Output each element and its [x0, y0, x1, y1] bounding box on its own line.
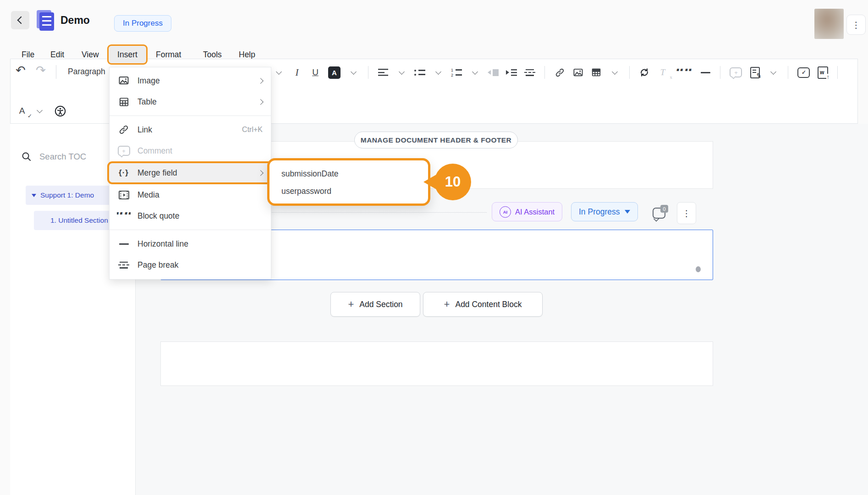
balloon-pointer — [423, 175, 436, 189]
italic-icon[interactable]: I — [291, 66, 302, 79]
remove-format-icon[interactable]: Tx — [657, 66, 668, 79]
align-chevron-icon[interactable] — [396, 66, 407, 79]
ai-assistant-icon: AI — [500, 206, 511, 218]
track-changes-icon[interactable]: ✎ — [749, 66, 760, 79]
menu-item-block-quote[interactable]: ““ Block quote — [110, 205, 271, 226]
accessibility-checker-icon[interactable] — [54, 104, 66, 118]
link-icon — [117, 125, 131, 135]
menu-item-merge-field[interactable]: {·} Merge field — [107, 161, 273, 184]
menu-item-media[interactable]: Media — [110, 184, 271, 205]
menu-item-comment[interactable]: + Comment — [110, 140, 271, 161]
track-changes-chevron-icon[interactable] — [768, 66, 779, 79]
find-and-replace-icon[interactable] — [639, 66, 650, 79]
toolbar-divider — [629, 66, 630, 79]
three-dots-vertical-icon: ⋮ — [682, 209, 691, 218]
toolbar-divider — [720, 66, 720, 79]
submenu-arrow-icon — [258, 99, 264, 105]
merge-field-icon: {·} — [117, 168, 131, 177]
toolbar-divider — [56, 65, 56, 79]
document-icon — [37, 10, 55, 31]
resolved-comments-icon[interactable]: ✓ — [797, 66, 810, 79]
menu-divider — [110, 116, 271, 116]
section-kebab-menu-button[interactable]: ⋮ — [677, 202, 696, 224]
horizontal-line-icon[interactable] — [700, 66, 711, 79]
numbered-list-chevron-icon[interactable] — [469, 66, 480, 79]
link-icon[interactable] — [554, 66, 565, 79]
toolbar-row-2: A✓ — [16, 101, 66, 121]
add-comment-icon[interactable]: + — [730, 66, 742, 79]
block-quote-icon: ““ — [117, 212, 131, 220]
step-number: 10 — [445, 174, 461, 190]
align-left-icon[interactable] — [378, 66, 389, 79]
toolbar-divider — [788, 66, 788, 79]
section-status-dropdown[interactable]: In Progress — [571, 202, 638, 221]
paragraph-style-dropdown[interactable]: Paragraph — [68, 67, 105, 77]
menu-item-link[interactable]: Link Ctrl+K — [110, 119, 271, 140]
submenu-arrow-icon — [258, 170, 264, 176]
avatar[interactable] — [814, 9, 844, 39]
bulleted-list-chevron-icon[interactable] — [433, 66, 444, 79]
menu-divider — [110, 230, 271, 230]
table-icon — [117, 97, 131, 107]
plus-icon: + — [348, 299, 354, 309]
block-quote-icon[interactable]: ““ — [676, 69, 692, 77]
underline-icon[interactable]: U — [310, 66, 321, 79]
decrease-indent-icon[interactable] — [488, 66, 499, 79]
toolbar-divider — [544, 66, 545, 79]
annotation-step-balloon: 10 — [434, 164, 471, 200]
header-kebab-menu-button[interactable]: ⋮ — [846, 15, 866, 35]
manage-header-footer-button[interactable]: MANAGE DOCUMENT HEADER & FOOTER — [354, 132, 518, 148]
toolbar-row-1: I U A 1 2 — [273, 62, 840, 82]
numbered-list-icon[interactable]: 1 2 — [451, 66, 462, 79]
comment-add-icon: + — [117, 146, 131, 156]
insert-table-icon[interactable] — [591, 66, 602, 79]
section-comments-button[interactable]: 0 — [653, 205, 668, 220]
media-icon — [117, 190, 131, 200]
submenu-item-userpassword[interactable]: userpassword — [269, 182, 428, 200]
shortcut-label: Ctrl+K — [242, 126, 263, 134]
menu-item-horizontal-line[interactable]: Horizontal line — [110, 233, 271, 254]
search-icon — [21, 151, 32, 162]
font-color-chevron-icon[interactable] — [348, 66, 359, 79]
insert-menu: Image Table Link Ctrl+K + Comment {·} Me… — [109, 67, 271, 280]
chevron-left-icon — [17, 16, 25, 24]
add-section-button[interactable]: + Add Section — [330, 292, 420, 317]
toc-search-input[interactable] — [38, 151, 118, 162]
bulleted-list-icon[interactable] — [414, 66, 425, 79]
submenu-item-submissiondate[interactable]: submissionDate — [269, 165, 428, 182]
import-word-icon[interactable]: w↑ — [817, 66, 828, 79]
redo-icon[interactable]: ↷ — [36, 63, 46, 77]
page-break-icon — [117, 262, 131, 269]
insert-image-icon[interactable] — [572, 66, 583, 79]
spellcheck-language-icon[interactable]: A✓ — [16, 104, 27, 118]
horizontal-line-icon — [117, 243, 131, 245]
table-chevron-icon[interactable] — [609, 66, 620, 79]
menubar-insert-active[interactable]: Insert — [107, 44, 148, 65]
comment-count-badge: 0 — [660, 205, 668, 213]
three-dots-vertical-icon: ⋮ — [852, 21, 861, 29]
style-chevron-down-icon[interactable] — [273, 66, 284, 79]
drag-handle-dot[interactable] — [696, 266, 701, 272]
add-content-block-button[interactable]: + Add Content Block — [423, 292, 543, 317]
ai-assistant-button[interactable]: AI AI Assistant — [492, 202, 562, 221]
document-status-badge[interactable]: In Progress — [114, 15, 171, 32]
undo-icon[interactable]: ↶ — [16, 63, 26, 77]
back-button[interactable] — [11, 11, 29, 29]
toolbar-divider — [368, 66, 368, 79]
document-footer-area[interactable] — [160, 341, 713, 386]
merge-field-submenu: submissionDate userpassword — [267, 158, 430, 206]
font-color-icon[interactable]: A — [328, 66, 341, 79]
toolbar-divider — [837, 66, 838, 79]
menu-item-image[interactable]: Image — [110, 70, 271, 91]
menu-item-table[interactable]: Table — [110, 91, 271, 112]
toc-search — [21, 151, 118, 162]
plus-icon: + — [444, 299, 450, 309]
spellcheck-chevron-icon[interactable] — [34, 104, 45, 118]
caret-down-icon — [32, 194, 36, 197]
menu-item-page-break[interactable]: Page break — [110, 254, 271, 275]
caret-down-icon — [625, 210, 630, 214]
increase-indent-icon[interactable] — [506, 66, 517, 79]
document-title: Demo — [60, 14, 90, 27]
submenu-arrow-icon — [258, 78, 264, 84]
insert-row-break-icon[interactable] — [524, 66, 535, 79]
